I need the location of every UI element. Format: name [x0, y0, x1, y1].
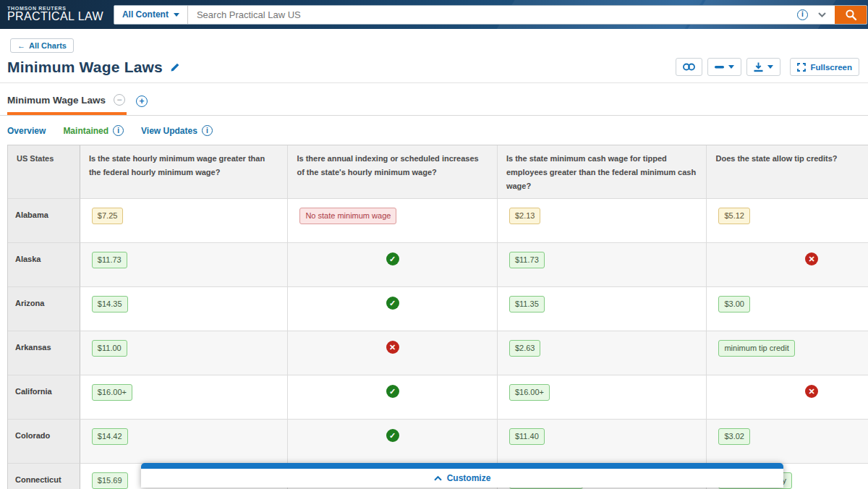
table-row: Alabama $7.25 No state minimum wage $2.1…	[8, 199, 868, 243]
cell-tip-credits: $5.12	[707, 199, 868, 243]
value-badge: $11.73	[509, 252, 545, 268]
cell-indexing: ✓	[288, 287, 498, 331]
title-bar: Minimum Wage Laws	[0, 53, 868, 83]
chart-table: US States Is the state hourly minimum wa…	[7, 145, 868, 489]
table-row: Alaska $11.73 ✓ $11.73 ✕	[8, 243, 868, 287]
cell-cash-wage: $16.00+	[498, 375, 707, 420]
state-label: Arkansas	[15, 343, 51, 352]
download-icon	[754, 62, 763, 72]
customize-button[interactable]: Customize	[141, 469, 783, 488]
cross-icon: ✕	[805, 385, 818, 398]
view-updates[interactable]: View Updates i	[141, 125, 213, 136]
overview-link[interactable]: Overview	[7, 126, 46, 136]
value-badge: $14.42	[92, 428, 128, 445]
caret-down-icon	[174, 13, 179, 17]
state-label: Connecticut	[15, 475, 61, 484]
tab-label: Minimum Wage Laws	[7, 95, 106, 106]
table-row: Arkansas $11.00 ✕ $2.63 minimum tip cred…	[8, 331, 868, 375]
cell-min-wage: $14.42	[80, 420, 289, 464]
info-icon[interactable]: i	[797, 9, 808, 20]
minus-icon	[715, 66, 724, 69]
value-badge: $16.00+	[509, 384, 550, 401]
all-content-dropdown[interactable]: All Content	[114, 6, 188, 24]
value-badge: No state minimum wage	[299, 208, 396, 224]
cell-min-wage: $11.73	[80, 243, 289, 287]
edit-title-icon[interactable]	[170, 61, 181, 72]
table-body: Alabama $7.25 No state minimum wage $2.1…	[8, 199, 868, 489]
cell-tip-credits: minimum tip credit	[707, 331, 868, 375]
check-icon: ✓	[386, 252, 399, 265]
cell-min-wage: $16.00+	[80, 375, 289, 420]
all-charts-label: All Charts	[29, 41, 67, 50]
maintained-info-icon[interactable]: i	[113, 125, 124, 136]
value-badge: minimum tip credit	[718, 340, 794, 357]
value-badge: $11.35	[509, 296, 545, 312]
value-badge: $5.12	[718, 208, 750, 224]
cell-cash-wage: $11.40	[498, 420, 707, 464]
value-badge: $3.00	[718, 296, 750, 312]
copy-link-button[interactable]	[676, 58, 702, 76]
back-arrow-icon: ←	[17, 41, 25, 50]
value-badge: $14.35	[92, 296, 128, 312]
value-badge: $7.25	[92, 208, 124, 224]
cell-min-wage: $11.00	[80, 331, 289, 375]
fullscreen-icon	[797, 63, 806, 72]
fullscreen-button[interactable]: Fullscreen	[790, 58, 859, 76]
value-badge: $11.73	[92, 252, 127, 268]
state-label: California	[15, 387, 52, 396]
maintained-status: Maintained i	[63, 125, 124, 136]
customize-panel: Customize	[141, 463, 783, 488]
caret-down-icon	[728, 65, 734, 69]
search-input-icons: i	[797, 6, 835, 24]
remove-dropdown-button[interactable]	[707, 58, 741, 76]
cell-indexing: ✓	[288, 375, 498, 420]
breadcrumb-bar: ← All Charts	[0, 29, 868, 53]
tab-minimum-wage-laws[interactable]: Minimum Wage Laws −	[7, 93, 127, 115]
cell-indexing: ✕	[288, 331, 498, 375]
cell-indexing: ✓	[288, 420, 498, 464]
add-tab-icon[interactable]: +	[136, 95, 148, 107]
customize-label: Customize	[447, 473, 491, 483]
table-row: Arizona $14.35 ✓ $11.35 $3.00	[8, 287, 868, 331]
search-button[interactable]	[835, 6, 867, 24]
all-charts-button[interactable]: ← All Charts	[10, 38, 74, 53]
value-badge: $2.13	[509, 208, 541, 224]
chart-toolbar: Fullscreen	[676, 58, 861, 76]
cell-min-wage: $14.35	[80, 287, 289, 331]
cell-tip-credits: $3.02	[707, 420, 868, 464]
cross-icon: ✕	[805, 252, 818, 265]
column-header-us-states: US States	[17, 154, 54, 163]
column-header-cash-wage: Is the state minimum cash wage for tippe…	[506, 154, 696, 190]
cell-indexing: No state minimum wage	[288, 199, 498, 243]
cross-icon: ✕	[386, 341, 399, 354]
cell-cash-wage: $2.13	[498, 199, 707, 243]
download-dropdown-button[interactable]	[746, 58, 780, 76]
value-badge: $11.40	[509, 428, 545, 445]
top-header: THOMSON REUTERS PRACTICAL LAW All Conten…	[0, 0, 868, 29]
column-header-indexing: Is there annual indexing or scheduled in…	[297, 154, 478, 177]
column-header-tip-credits: Does the state allow tip credits?	[715, 154, 837, 163]
customize-panel-handle[interactable]	[141, 463, 783, 469]
search-input[interactable]	[188, 6, 797, 24]
view-updates-info-icon[interactable]: i	[202, 125, 213, 136]
check-icon: ✓	[386, 297, 399, 310]
maintained-label: Maintained	[63, 126, 109, 136]
cell-cash-wage: $11.73	[498, 243, 707, 287]
chevron-down-icon[interactable]	[818, 12, 826, 17]
link-icon	[683, 63, 695, 71]
status-links-row: Overview Maintained i View Updates i	[0, 116, 868, 145]
cell-cash-wage: $2.63	[498, 331, 707, 375]
value-badge: $11.00	[92, 340, 127, 357]
practical-law-logo: THOMSON REUTERS PRACTICAL LAW	[7, 6, 103, 23]
brand-line-2: PRACTICAL LAW	[7, 11, 103, 23]
remove-tab-icon[interactable]: −	[114, 94, 125, 106]
state-label: Alaska	[15, 255, 41, 263]
view-updates-label: View Updates	[141, 126, 197, 136]
cell-cash-wage: $11.35	[498, 287, 707, 331]
state-label: Arizona	[15, 299, 44, 307]
cell-tip-credits: ✕	[707, 243, 868, 287]
value-badge: $3.02	[718, 428, 750, 445]
state-label: Alabama	[15, 211, 48, 219]
column-header-min-wage: Is the state hourly minimum wage greater…	[89, 154, 265, 177]
value-badge: $2.63	[509, 340, 541, 357]
